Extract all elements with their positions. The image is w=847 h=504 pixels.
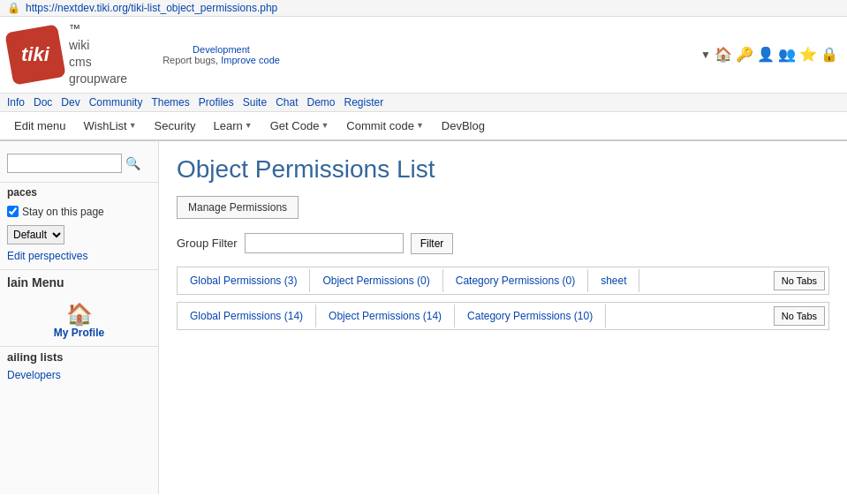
permissions-table-2: Global Permissions (14) Object Permissio… bbox=[177, 302, 829, 330]
no-tabs-button-2[interactable]: No Tabs bbox=[774, 306, 825, 326]
report-bugs-text: Report bugs bbox=[163, 55, 216, 65]
nav-demo[interactable]: Demo bbox=[306, 96, 335, 109]
stay-on-page-checkbox[interactable] bbox=[7, 206, 19, 217]
my-profile-label: My Profile bbox=[7, 327, 151, 339]
nav-devblog[interactable]: DevBlog bbox=[435, 116, 492, 136]
nav-commit-code[interactable]: Commit code ▼ bbox=[339, 116, 431, 136]
nav-edit-menu[interactable]: Edit menu bbox=[7, 116, 73, 136]
logo: tiki ™ wiki cms groupware bbox=[9, 22, 127, 87]
nav-chat[interactable]: Chat bbox=[276, 96, 298, 109]
nav-top: Info Doc Dev Community Themes Profiles S… bbox=[0, 94, 847, 112]
perm-table-1-header: Global Permissions (3) Object Permission… bbox=[178, 267, 828, 294]
sidebar: 🔍 paces Stay on this page Default Edit p… bbox=[0, 141, 159, 494]
spaces-section: paces bbox=[0, 182, 158, 202]
lock-icon: 🔒 bbox=[7, 2, 20, 14]
content-wrap: 🔍 paces Stay on this page Default Edit p… bbox=[0, 141, 847, 494]
edit-perspectives-link[interactable]: Edit perspectives bbox=[0, 248, 158, 264]
header-right: ▼ 🏠 🔑 👤 👥 ⭐ 🔒 bbox=[700, 46, 838, 63]
nav-doc[interactable]: Doc bbox=[34, 96, 52, 109]
default-select-row: Default bbox=[0, 222, 158, 248]
filter-button[interactable]: Filter bbox=[411, 233, 454, 254]
home-icon[interactable]: 🏠 bbox=[715, 46, 732, 63]
main-menu-label: lain Menu bbox=[7, 275, 64, 290]
wishlist-arrow-icon: ▼ bbox=[129, 121, 137, 130]
dropdown-arrow-icon[interactable]: ▼ bbox=[700, 49, 711, 61]
get-code-arrow-icon: ▼ bbox=[321, 121, 329, 130]
nav-themes[interactable]: Themes bbox=[151, 96, 189, 109]
logo-icon: tiki bbox=[4, 24, 66, 86]
perm-table-2-header: Global Permissions (14) Object Permissio… bbox=[178, 303, 828, 329]
manage-permissions-button[interactable]: Manage Permissions bbox=[177, 196, 299, 219]
logo-text: ™ wiki cms groupware bbox=[69, 22, 127, 87]
logo-wiki: wiki bbox=[69, 38, 89, 52]
my-profile-item[interactable]: 🏠 My Profile bbox=[0, 295, 158, 346]
header: tiki ™ wiki cms groupware Development Re… bbox=[0, 17, 847, 94]
url-bar-container: 🔒 https://nextdev.tiki.org/tiki-list_obj… bbox=[0, 0, 847, 17]
nav-dev[interactable]: Dev bbox=[61, 96, 79, 109]
improve-code-link[interactable]: Improve code bbox=[221, 55, 280, 65]
development-link[interactable]: Development bbox=[193, 44, 250, 55]
search-button[interactable]: 🔍 bbox=[125, 156, 140, 170]
learn-arrow-icon: ▼ bbox=[245, 121, 253, 130]
nav-learn[interactable]: Learn ▼ bbox=[207, 116, 260, 136]
permissions-table-1: Global Permissions (3) Object Permission… bbox=[177, 267, 829, 295]
tab-global-permissions-14[interactable]: Global Permissions (14) bbox=[178, 305, 316, 327]
header-icons: 🏠 🔑 👤 👥 ⭐ 🔒 bbox=[715, 46, 838, 63]
mailing-lists-section: ailing lists bbox=[0, 346, 158, 367]
tab-object-permissions-0[interactable]: Object Permissions (0) bbox=[310, 269, 442, 292]
no-tabs-button-1[interactable]: No Tabs bbox=[774, 271, 825, 290]
lock2-icon[interactable]: 🔒 bbox=[821, 46, 838, 63]
nav-wishlist[interactable]: WishList ▼ bbox=[77, 116, 144, 136]
group-filter-input[interactable] bbox=[245, 233, 404, 253]
main-menu-title: lain Menu bbox=[0, 269, 158, 295]
users-icon[interactable]: 👥 bbox=[778, 46, 796, 63]
main-content: Object Permissions List Manage Permissio… bbox=[159, 141, 847, 494]
mailing-lists-label: ailing lists bbox=[7, 350, 64, 364]
default-select[interactable]: Default bbox=[7, 225, 64, 244]
tab-category-permissions-10[interactable]: Category Permissions (10) bbox=[455, 305, 606, 327]
nav-community[interactable]: Community bbox=[89, 96, 143, 109]
nav-get-code[interactable]: Get Code ▼ bbox=[263, 116, 337, 136]
star-icon[interactable]: ⭐ bbox=[799, 46, 817, 63]
tm-symbol: ™ bbox=[69, 22, 80, 35]
tab-object-permissions-14[interactable]: Object Permissions (14) bbox=[316, 305, 455, 327]
nav-suite[interactable]: Suite bbox=[243, 96, 267, 109]
url-link[interactable]: https://nextdev.tiki.org/tiki-list_objec… bbox=[26, 2, 277, 14]
search-area: 🔍 bbox=[0, 148, 158, 178]
search-input[interactable] bbox=[7, 154, 122, 173]
logo-tiki-text: tiki bbox=[21, 43, 49, 66]
stay-on-page-row: Stay on this page bbox=[0, 202, 158, 222]
developers-link[interactable]: Developers bbox=[0, 367, 158, 383]
nav-security[interactable]: Security bbox=[147, 116, 203, 136]
logo-groupware: groupware bbox=[69, 71, 127, 86]
tab-category-permissions-0[interactable]: Category Permissions (0) bbox=[443, 269, 588, 292]
commit-code-arrow-icon: ▼ bbox=[416, 121, 424, 130]
developers-label: Developers bbox=[7, 369, 61, 381]
group-filter-label: Group Filter bbox=[177, 237, 238, 250]
dev-info: Development Report bugs, Improve code bbox=[163, 44, 280, 65]
stay-on-page-label: Stay on this page bbox=[22, 206, 104, 218]
nav-info[interactable]: Info bbox=[7, 96, 25, 109]
my-profile-icon: 🏠 bbox=[7, 302, 151, 327]
tab-global-permissions-3[interactable]: Global Permissions (3) bbox=[178, 269, 310, 292]
nav-register[interactable]: Register bbox=[344, 96, 384, 109]
nav-menu: Edit menu WishList ▼ Security Learn ▼ Ge… bbox=[0, 112, 847, 141]
group-filter-row: Group Filter Filter bbox=[177, 233, 829, 254]
nav-profiles[interactable]: Profiles bbox=[199, 96, 234, 109]
tab-sheet[interactable]: sheet bbox=[588, 269, 639, 292]
key-icon[interactable]: 🔑 bbox=[736, 46, 753, 63]
logo-cms: cms bbox=[69, 55, 92, 69]
user-icon[interactable]: 👤 bbox=[757, 46, 775, 63]
spaces-label: paces bbox=[7, 186, 37, 199]
page-title: Object Permissions List bbox=[177, 155, 829, 184]
